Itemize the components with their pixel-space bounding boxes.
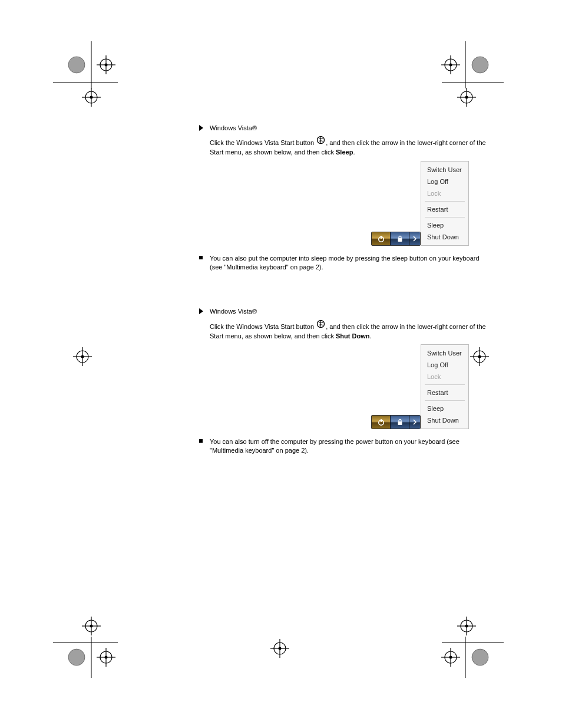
svg-rect-21 xyxy=(398,238,402,242)
doc-section-1: Windows Vista® Click the Windows Vista S… xyxy=(198,307,492,455)
power-options-menu: Switch UserLog OffLockRestartSleepShut D… xyxy=(421,161,469,246)
power-button[interactable] xyxy=(372,416,390,429)
instruction-text: Click the Windows Vista Start button xyxy=(210,140,316,147)
step-instruction-row: Click the Windows Vista Start button , a… xyxy=(198,136,492,157)
step-instruction: Click the Windows Vista Start button , a… xyxy=(210,136,492,157)
start-menu-button-bar xyxy=(371,415,421,429)
menu-item-log-off[interactable]: Log Off xyxy=(421,176,468,187)
menu-item-sleep[interactable]: Sleep xyxy=(421,403,468,414)
page-content: Windows Vista® Click the Windows Vista S… xyxy=(198,124,492,459)
arrow-right-icon xyxy=(412,236,417,242)
menu-item-lock: Lock xyxy=(421,371,468,383)
power-options-menu: Switch UserLog OffLockRestartSleepShut D… xyxy=(421,344,469,429)
menu-separator xyxy=(425,217,465,218)
menu-item-lock: Lock xyxy=(421,187,468,199)
square-bullet-icon xyxy=(199,256,203,259)
triangle-bullet-icon xyxy=(199,308,203,314)
step-note-row: You can also put the computer into sleep… xyxy=(198,254,492,272)
options-arrow-button[interactable] xyxy=(409,416,420,429)
triangle-bullet-icon xyxy=(199,125,203,131)
start-menu-figure: Switch UserLog OffLockRestartSleepShut D… xyxy=(198,161,492,246)
step-intro: Windows Vista® xyxy=(210,124,492,133)
power-icon xyxy=(377,235,385,243)
step-trigger: Windows Vista® xyxy=(198,307,492,316)
step-intro: Windows Vista® xyxy=(210,307,492,316)
square-bullet-icon xyxy=(199,439,203,443)
menu-separator xyxy=(425,400,465,401)
instruction-action: Sleep xyxy=(336,149,353,156)
menu-item-restart[interactable]: Restart xyxy=(421,203,468,215)
step-instruction-row: Click the Windows Vista Start button , a… xyxy=(198,320,492,341)
lock-icon xyxy=(396,419,404,426)
menu-item-sleep[interactable]: Sleep xyxy=(421,219,468,231)
step-note: You can also put the computer into sleep… xyxy=(210,254,492,272)
start-menu-figure: Switch UserLog OffLockRestartSleepShut D… xyxy=(198,344,492,429)
menu-item-switch-user[interactable]: Switch User xyxy=(421,164,468,176)
menu-item-shut-down[interactable]: Shut Down xyxy=(421,231,468,243)
step-trigger: Windows Vista® xyxy=(198,124,492,133)
doc-section-0: Windows Vista® Click the Windows Vista S… xyxy=(198,124,492,272)
options-arrow-button[interactable] xyxy=(409,232,420,245)
instruction-text: Click the Windows Vista Start button xyxy=(210,323,316,330)
lock-icon xyxy=(396,235,404,242)
menu-item-restart[interactable]: Restart xyxy=(421,387,468,398)
menu-item-switch-user[interactable]: Switch User xyxy=(421,347,468,359)
windows-orb-icon xyxy=(317,320,325,330)
windows-orb-icon xyxy=(317,136,325,146)
menu-item-shut-down[interactable]: Shut Down xyxy=(421,414,468,426)
power-icon xyxy=(377,418,385,426)
menu-separator xyxy=(425,384,465,385)
arrow-right-icon xyxy=(412,419,417,425)
lock-button[interactable] xyxy=(391,416,409,429)
menu-separator xyxy=(425,201,465,202)
step-note-row: You can also turn off the computer by pr… xyxy=(198,437,492,456)
instruction-action: Shut Down xyxy=(336,332,369,340)
lock-button[interactable] xyxy=(391,232,409,245)
power-button[interactable] xyxy=(372,232,390,245)
svg-rect-25 xyxy=(398,421,402,425)
start-menu-button-bar xyxy=(371,232,421,246)
step-note: You can also turn off the computer by pr… xyxy=(210,437,492,456)
step-instruction: Click the Windows Vista Start button , a… xyxy=(210,320,492,341)
menu-item-log-off[interactable]: Log Off xyxy=(421,359,468,371)
